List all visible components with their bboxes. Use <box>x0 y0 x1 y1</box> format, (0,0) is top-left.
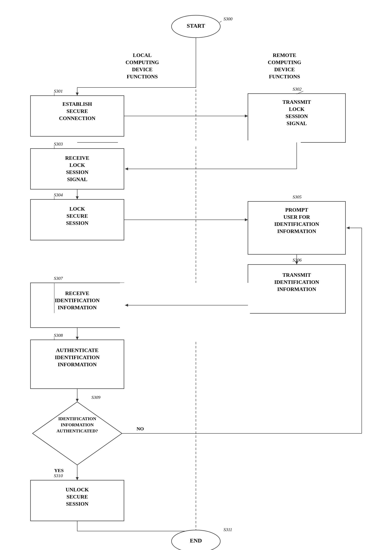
s300-label: S300 <box>224 16 232 21</box>
local-column-header-2: COMPUTING <box>126 59 159 65</box>
remote-column-header-3: DEVICE <box>274 66 295 72</box>
s304-step: S304 <box>54 192 63 197</box>
s305-line3: IDENTIFICATION <box>274 221 319 227</box>
s308-step: S308 <box>54 333 63 338</box>
s304-line2: SECURE <box>66 213 88 219</box>
local-column-header: LOCAL <box>133 52 152 58</box>
svg-rect-49 <box>120 283 250 342</box>
local-column-header-4: FUNCTIONS <box>126 74 158 80</box>
s302-line4: SIGNAL <box>287 120 307 126</box>
s302-line2: LOCK <box>289 106 305 112</box>
svg-text:IDENTIFICATION: IDENTIFICATION <box>55 297 100 303</box>
svg-text:IDENTIFICATION: IDENTIFICATION <box>55 355 100 360</box>
svg-text:INFORMATION: INFORMATION <box>58 305 97 311</box>
s306-line2: IDENTIFICATION <box>274 279 319 285</box>
svg-text:NO: NO <box>137 426 144 431</box>
svg-text:AUTHENTICATE: AUTHENTICATE <box>56 347 98 353</box>
svg-text:SESSION: SESSION <box>66 501 88 507</box>
svg-text:INFORMATION: INFORMATION <box>61 422 94 427</box>
s309-step: S309 <box>91 395 100 400</box>
remote-column-header-4: FUNCTIONS <box>269 74 300 80</box>
s311-label: S311 <box>224 527 232 532</box>
svg-text:SECURE: SECURE <box>66 494 88 500</box>
svg-text:INFORMATION: INFORMATION <box>58 362 97 368</box>
s303-line1: RECEIVE <box>65 155 89 161</box>
svg-text:YES: YES <box>54 468 64 473</box>
s301-step: S301 <box>54 88 63 94</box>
s302-line3: SESSION <box>286 113 308 119</box>
svg-rect-72 <box>30 480 124 521</box>
s307-step-r: S307 <box>54 276 63 281</box>
s306-line1: TRANSMIT <box>282 272 311 278</box>
local-column-header-3: DEVICE <box>132 66 152 72</box>
s305-line2: USER FOR <box>283 214 310 220</box>
s303-line2: LOCK <box>70 162 85 168</box>
flowchart-svg: LOCAL COMPUTING DEVICE FUNCTIONS REMOTE … <box>0 0 392 550</box>
s301-line2: SECURE <box>66 108 88 114</box>
s305-line1: PROMPT <box>285 207 308 213</box>
svg-text:UNLOCK: UNLOCK <box>66 487 89 493</box>
diagram-container: LOCAL COMPUTING DEVICE FUNCTIONS REMOTE … <box>0 0 392 550</box>
remote-column-header: REMOTE <box>273 52 296 58</box>
s306-line3: INFORMATION <box>277 286 316 292</box>
start-label: START <box>187 22 205 29</box>
end-label: END <box>190 537 202 544</box>
s304-line1: LOCK <box>70 206 85 212</box>
svg-text:RECEIVE: RECEIVE <box>65 290 89 296</box>
svg-text:AUTHENTICATED?: AUTHENTICATED? <box>56 428 98 434</box>
svg-rect-24 <box>30 199 124 240</box>
s303-step: S303 <box>54 141 63 146</box>
remote-column-header-2: COMPUTING <box>268 59 301 65</box>
s305-line4: INFORMATION <box>277 228 316 234</box>
s310-step: S310 <box>54 473 63 478</box>
svg-rect-21 <box>30 149 124 189</box>
s303-line3: SESSION <box>66 169 88 175</box>
s301-line3: CONNECTION <box>59 115 95 121</box>
s302-line1: TRANSMIT <box>282 99 311 105</box>
svg-text:IDENTIFICATION: IDENTIFICATION <box>58 416 96 421</box>
s304-line3: SESSION <box>66 220 88 226</box>
s305-step: S305 <box>293 194 301 199</box>
svg-rect-39 <box>118 140 301 145</box>
s301-line1: ESTABLISH <box>62 101 92 107</box>
s302-step: S302 <box>293 87 301 92</box>
s306-step: S306 <box>293 257 301 262</box>
s303-line4: SIGNAL <box>67 176 87 182</box>
